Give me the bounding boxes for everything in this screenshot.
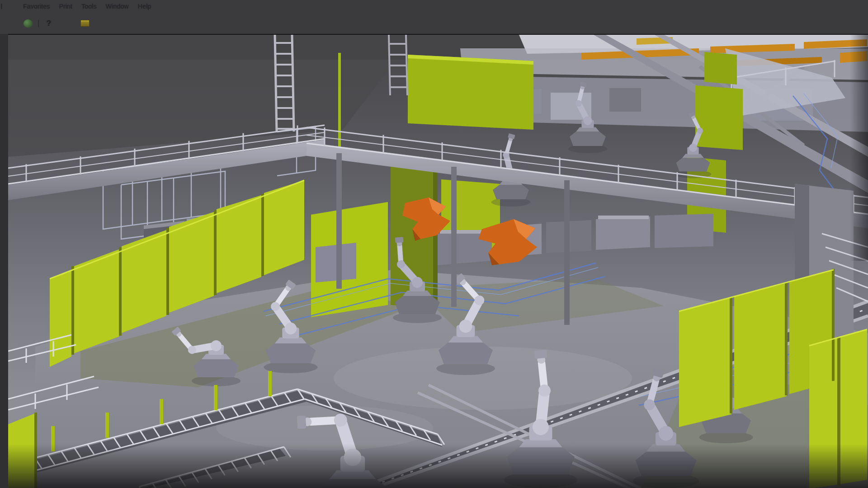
menu-help[interactable]: Help [133,1,156,12]
package-button[interactable] [79,18,91,29]
clipped-menu-item[interactable] [1,4,7,9]
package-icon [80,20,90,27]
3d-viewport[interactable] [8,34,868,488]
window-edge [0,34,8,488]
factory-scene [8,35,868,488]
help-icon: ? [47,19,51,28]
bottom-vignette [8,444,868,488]
application-window: Favorites Print Tools Window Help ? [0,0,868,488]
toolbar: ? [0,13,868,34]
toolbar-separator [38,20,39,27]
menu-tools[interactable]: Tools [77,1,101,12]
menu-print[interactable]: Print [54,1,77,12]
menu-bar: Favorites Print Tools Window Help [0,0,868,13]
help-button[interactable]: ? [43,18,55,29]
right-vignette [850,35,868,261]
view-globe-button[interactable] [22,18,34,29]
menu-window[interactable]: Window [101,1,133,12]
menu-favorites[interactable]: Favorites [19,1,54,12]
globe-icon [24,19,33,28]
